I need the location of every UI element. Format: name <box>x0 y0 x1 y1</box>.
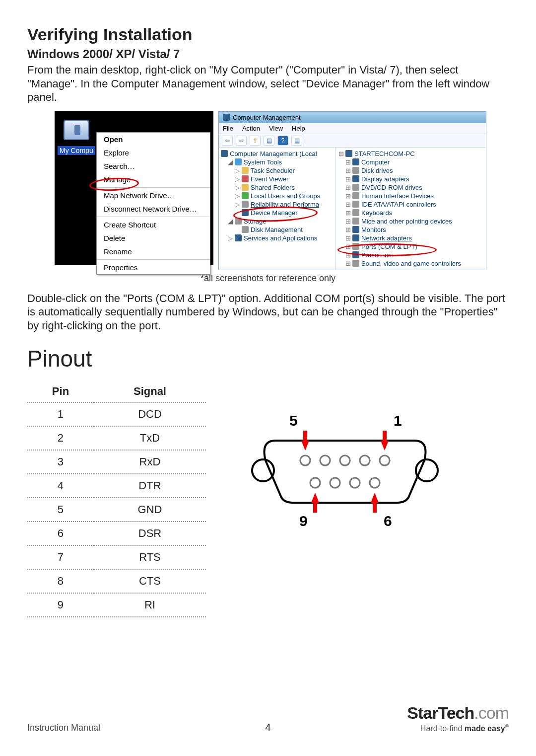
dev-ports[interactable]: ⊞Ports (COM & LPT) <box>338 242 485 251</box>
signal-cell: RxD <box>94 450 206 474</box>
tree-event-viewer[interactable]: ▷Event Viewer <box>221 175 334 183</box>
xp-menu-properties[interactable]: Properties <box>97 261 210 274</box>
dev-hid[interactable]: ⊞Human Interface Devices <box>338 192 485 200</box>
signal-cell: GND <box>94 498 206 522</box>
menu-view[interactable]: View <box>269 125 283 132</box>
toolbar-refresh-icon[interactable]: ▤ <box>291 136 302 146</box>
table-row: 9RI <box>27 593 206 617</box>
svg-marker-11 <box>301 441 309 451</box>
tree-system-tools[interactable]: ◢System Tools <box>221 158 334 166</box>
dev-pc[interactable]: ⊟STARTECHCOM-PC <box>338 150 485 158</box>
dev-computer[interactable]: ⊞Computer <box>338 158 485 166</box>
table-row: 6DSR <box>27 522 206 545</box>
pin-cell: 4 <box>27 474 94 498</box>
toolbar-help-icon[interactable]: ? <box>277 136 288 146</box>
paragraph-2: Double-click on the "Ports (COM & LPT)" … <box>27 292 509 333</box>
signal-cell: CTS <box>94 569 206 593</box>
users-icon <box>242 192 249 199</box>
tree-shared-folders[interactable]: ▷Shared Folders <box>221 183 334 192</box>
dev-sound[interactable]: ⊞Sound, video and game controllers <box>338 259 485 268</box>
my-computer-label: My Compu <box>58 146 95 155</box>
pc-icon <box>345 150 352 157</box>
network-icon <box>352 234 359 241</box>
svg-marker-13 <box>381 441 389 451</box>
startech-logo: StarTech.com Hard-to-find made easy® <box>407 703 509 733</box>
dev-network[interactable]: ⊞Network adapters <box>338 234 485 242</box>
dev-display[interactable]: ⊞Display adapters <box>338 175 485 183</box>
svg-point-2 <box>300 455 310 465</box>
db9-label-5: 5 <box>289 412 298 429</box>
menu-help[interactable]: Help <box>292 125 305 132</box>
svg-point-8 <box>330 478 340 488</box>
db9-label-6: 6 <box>384 513 392 529</box>
xp-menu-map-drive[interactable]: Map Network Drive… <box>97 189 210 202</box>
signal-cell: DTR <box>94 474 206 498</box>
toolbar-back-icon[interactable]: ⇦ <box>222 136 233 146</box>
hid-icon <box>352 192 359 199</box>
disk-icon <box>242 226 249 233</box>
menu-file[interactable]: File <box>223 125 233 132</box>
pin-cell: 7 <box>27 545 94 569</box>
xp-context-menu: Open Explore Search… Manage Map Network … <box>96 132 210 275</box>
tree-reliability-perf[interactable]: ▷Reliability and Performa <box>221 200 334 209</box>
services-icon <box>235 234 242 241</box>
tree-disk-mgmt[interactable]: Disk Management <box>221 226 334 234</box>
computer-icon <box>352 158 359 165</box>
hdd-icon <box>352 167 359 174</box>
toolbar-properties-icon[interactable]: ▤ <box>264 136 274 146</box>
toolbar-forward-icon[interactable]: ⇨ <box>236 136 247 146</box>
win7-right-tree: ⊟STARTECHCOM-PC ⊞Computer ⊞Disk drives ⊞… <box>335 148 486 270</box>
xp-menu-delete[interactable]: Delete <box>97 231 210 245</box>
xp-menu-rename[interactable]: Rename <box>97 245 210 258</box>
page-footer: Instruction Manual 4 StarTech.com Hard-t… <box>27 703 509 733</box>
toolbar-up-icon[interactable]: ⇪ <box>250 136 261 146</box>
dev-processors[interactable]: ⊞Processors <box>338 251 485 259</box>
dev-ide[interactable]: ⊞IDE ATA/ATAPI controllers <box>338 200 485 209</box>
xp-menu-explore[interactable]: Explore <box>97 146 210 159</box>
gauge-icon <box>242 201 249 208</box>
sound-icon <box>352 260 359 267</box>
pin-cell: 3 <box>27 450 94 474</box>
tree-task-scheduler[interactable]: ▷Task Scheduler <box>221 166 334 175</box>
dev-dvd[interactable]: ⊞DVD/CD-ROM drives <box>338 183 485 192</box>
win7-titlebar: Computer Management <box>219 112 486 123</box>
xp-menu-disconnect-drive[interactable]: Disconnect Network Drive… <box>97 202 210 216</box>
menu-action[interactable]: Action <box>242 125 260 132</box>
table-row: 8CTS <box>27 569 206 593</box>
tree-services-apps[interactable]: ▷Services and Applications <box>221 234 334 242</box>
pin-cell: 9 <box>27 593 94 617</box>
pin-cell: 5 <box>27 498 94 522</box>
table-row: 1DCD <box>27 402 206 426</box>
compmgmt-icon <box>221 150 228 157</box>
tree-device-manager[interactable]: Device Manager <box>221 209 334 217</box>
tree-root[interactable]: Computer Management (Local <box>221 150 334 158</box>
section-heading: Verifying Installation <box>27 25 509 44</box>
win7-menubar: File Action View Help <box>219 123 486 134</box>
mouse-icon <box>352 218 359 225</box>
dev-disk-drives[interactable]: ⊞Disk drives <box>338 166 485 175</box>
subsection-heading: Windows 2000/ XP/ Vista/ 7 <box>27 47 509 61</box>
cpu-icon <box>352 251 359 258</box>
svg-rect-14 <box>383 431 387 442</box>
svg-point-9 <box>350 478 360 488</box>
dev-monitors[interactable]: ⊞Monitors <box>338 226 485 234</box>
win7-title-text: Computer Management <box>233 114 301 121</box>
keyboard-icon <box>352 209 359 216</box>
tree-storage[interactable]: ◢Storage <box>221 217 334 226</box>
xp-menu-open[interactable]: Open <box>97 133 210 146</box>
pinout-head-signal: Signal <box>94 381 206 402</box>
monitor-icon <box>352 226 359 233</box>
dev-keyboards[interactable]: ⊞Keyboards <box>338 209 485 217</box>
xp-menu-create-shortcut[interactable]: Create Shortcut <box>97 218 210 231</box>
pin-cell: 2 <box>27 426 94 450</box>
tree-local-users[interactable]: ▷Local Users and Groups <box>221 192 334 200</box>
signal-cell: TxD <box>94 426 206 450</box>
xp-menu-search[interactable]: Search… <box>97 159 210 173</box>
svg-marker-15 <box>311 493 319 503</box>
folder-icon <box>242 184 249 191</box>
dev-mice[interactable]: ⊞Mice and other pointing devices <box>338 217 485 226</box>
pinout-head-pin: Pin <box>27 381 94 402</box>
pinout-table: Pin Signal 1DCD2TxD3RxD4DTR5GND6DSR7RTS8… <box>27 381 206 617</box>
xp-menu-manage[interactable]: Manage <box>97 173 210 186</box>
svg-point-3 <box>320 455 330 465</box>
